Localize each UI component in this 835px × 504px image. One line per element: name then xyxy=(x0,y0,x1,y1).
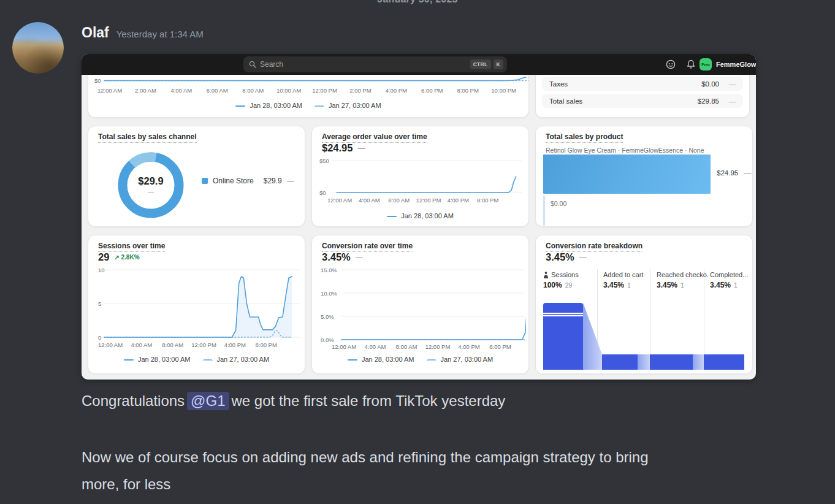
solid-line-swatch xyxy=(124,359,134,361)
dotted-line-swatch xyxy=(315,105,324,107)
bar-value: $24.95 xyxy=(717,169,738,178)
svg-text:12:00 PM: 12:00 PM xyxy=(416,197,441,204)
no-comparison-dash: — xyxy=(287,177,294,185)
svg-text:8:00 AM: 8:00 AM xyxy=(242,87,264,94)
username[interactable]: Olaf xyxy=(82,25,109,41)
card-title[interactable]: Conversion rate breakdown xyxy=(546,242,642,250)
svg-text:4:00 AM: 4:00 AM xyxy=(359,197,380,204)
message-header: Olaf Yesterday at 1:34 AM xyxy=(82,25,204,41)
svg-text:5: 5 xyxy=(98,300,101,307)
chart-legend: Jan 28, 03:00 AM Jan 27, 03:00 AM xyxy=(88,356,305,363)
chart-legend: Jan 28, 03:00 AM Jan 27, 03:00 AM xyxy=(88,102,528,109)
funnel-chart xyxy=(542,300,749,370)
svg-text:$0: $0 xyxy=(319,189,326,196)
no-comparison-dash: — xyxy=(357,144,365,153)
svg-text:4:00 PM: 4:00 PM xyxy=(386,87,407,94)
sessions-icon xyxy=(543,272,549,278)
svg-text:4:00 AM: 4:00 AM xyxy=(365,343,386,350)
svg-text:2:00 AM: 2:00 AM xyxy=(135,87,156,94)
no-comparison-dash: — xyxy=(744,169,751,178)
svg-text:0.0%: 0.0% xyxy=(321,337,334,343)
svg-text:6:00 PM: 6:00 PM xyxy=(421,87,443,94)
chart-legend: Jan 28, 03:00 AM xyxy=(312,212,528,220)
card-title[interactable]: Total sales by product xyxy=(546,132,623,141)
card-title[interactable]: Total sales by sales channel xyxy=(98,132,197,141)
svg-text:8:00 PM: 8:00 PM xyxy=(489,343,511,350)
product-bar-label: Retinol Glow Eye Cream · FemmeGlowEssenc… xyxy=(546,147,704,154)
svg-text:15.0%: 15.0% xyxy=(321,267,337,273)
summary-row-taxes[interactable]: Taxes $0.00 — xyxy=(542,77,743,91)
svg-text:10: 10 xyxy=(98,267,105,273)
svg-text:8:00 AM: 8:00 AM xyxy=(162,342,183,348)
funnel-step-completed: Completed... 3.45%1 xyxy=(710,271,756,289)
sessions-over-time-card: Sessions over time 29 ↗ 2.8K% 105012:00 … xyxy=(88,235,305,374)
svg-text:12:00 PM: 12:00 PM xyxy=(191,342,216,348)
sales-by-product-card: Total sales by product Retinol Glow Eye … xyxy=(535,126,753,227)
no-comparison-dash: — xyxy=(148,188,154,195)
product-bar xyxy=(543,155,711,194)
summary-row-total-sales[interactable]: Total sales $29.85 — xyxy=(542,94,743,108)
bell-icon[interactable] xyxy=(685,59,696,70)
metric-value: 3.45% xyxy=(546,251,574,263)
sales-by-channel-card: Total sales by sales channel $29.9 — Onl… xyxy=(88,126,305,227)
svg-text:12:00 PM: 12:00 PM xyxy=(425,343,451,350)
svg-text:4:00 AM: 4:00 AM xyxy=(170,87,192,94)
avatar[interactable] xyxy=(12,22,64,74)
search-icon xyxy=(249,61,256,68)
dotted-line-swatch xyxy=(427,359,437,361)
metric-change-badge: ↗ 2.8K% xyxy=(114,254,139,261)
no-comparison-dash: — xyxy=(356,253,363,262)
svg-text:8:00 PM: 8:00 PM xyxy=(255,342,276,348)
no-comparison-dash: — xyxy=(729,80,736,88)
svg-text:5.0%: 5.0% xyxy=(321,313,334,320)
metric-value: 29 xyxy=(98,251,109,263)
admin-topbar: Search CTRL K Fem FemmeGlowEssen xyxy=(82,54,756,75)
axis-zero-label: $0.00 xyxy=(551,200,566,207)
svg-text:12:00 AM: 12:00 AM xyxy=(332,343,356,350)
average-order-value-card: Average order value over time $24.95 — $… xyxy=(311,126,529,227)
funnel-step-reached-checkout: Reached checko... 3.45%1 xyxy=(657,271,708,289)
store-menu[interactable]: Fem FemmeGlowEssen xyxy=(700,57,756,72)
svg-text:8:00 AM: 8:00 AM xyxy=(388,197,410,204)
svg-text:12:00 AM: 12:00 AM xyxy=(97,87,122,94)
card-title[interactable]: Conversion rate over time xyxy=(322,242,413,250)
no-comparison-dash: — xyxy=(579,253,587,262)
svg-text:12:00 AM: 12:00 AM xyxy=(327,197,352,204)
funnel-divider xyxy=(597,269,598,367)
svg-text:10:00 PM: 10:00 PM xyxy=(491,87,516,94)
svg-text:$50: $50 xyxy=(319,158,329,164)
svg-text:8:00 PM: 8:00 PM xyxy=(457,87,478,94)
svg-text:2:00 PM: 2:00 PM xyxy=(349,87,371,94)
svg-text:4:00 PM: 4:00 PM xyxy=(448,197,469,204)
store-avatar: Fem xyxy=(700,58,712,71)
dashboard-screenshot[interactable]: Search CTRL K Fem FemmeGlowEssen $012:00… xyxy=(82,54,756,380)
donut-chart: $29.9 — xyxy=(114,148,188,222)
chart-legend: Jan 28, 03:00 AM Jan 27, 03:00 AM xyxy=(312,356,528,363)
metric-value: $24.95 xyxy=(322,142,353,154)
svg-text:8:00 AM: 8:00 AM xyxy=(396,343,418,350)
search-input[interactable]: Search CTRL K xyxy=(243,56,507,72)
card-title[interactable]: Average order value over time xyxy=(322,132,427,141)
solid-line-swatch xyxy=(235,105,245,107)
date-divider: January 30, 2023 xyxy=(0,0,835,5)
funnel-step-sessions: Sessions 100%29 xyxy=(543,271,595,289)
svg-text:12:00 PM: 12:00 PM xyxy=(312,87,337,94)
card-title[interactable]: Sessions over time xyxy=(98,242,165,250)
user-mention[interactable]: @G1 xyxy=(187,392,229,410)
message-text-1: Congratulations@G1we got the first sale … xyxy=(82,392,505,410)
timestamp: Yesterday at 1:34 AM xyxy=(116,29,204,39)
bar-axis xyxy=(543,196,545,226)
conversion-breakdown-card: Conversion rate breakdown 3.45% — Sessio… xyxy=(535,235,753,374)
svg-text:6:00 AM: 6:00 AM xyxy=(207,87,228,94)
funnel-step-added-to-cart: Added to cart 3.45%1 xyxy=(603,271,655,289)
no-comparison-dash: — xyxy=(729,97,736,105)
svg-text:4:00 PM: 4:00 PM xyxy=(224,342,246,348)
total-sales-over-time-card: $012:00 AM2:00 AM4:00 AM6:00 AM8:00 AM10… xyxy=(88,75,529,118)
legend-swatch xyxy=(202,178,208,184)
donut-center-value: $29.9 xyxy=(138,175,163,187)
shortcut-k-key: K xyxy=(494,59,503,69)
shortcut-ctrl-key: CTRL xyxy=(470,59,491,69)
svg-text:4:00 AM: 4:00 AM xyxy=(131,342,152,348)
store-name: FemmeGlowEssen xyxy=(716,61,756,68)
inbox-icon[interactable] xyxy=(665,59,676,70)
